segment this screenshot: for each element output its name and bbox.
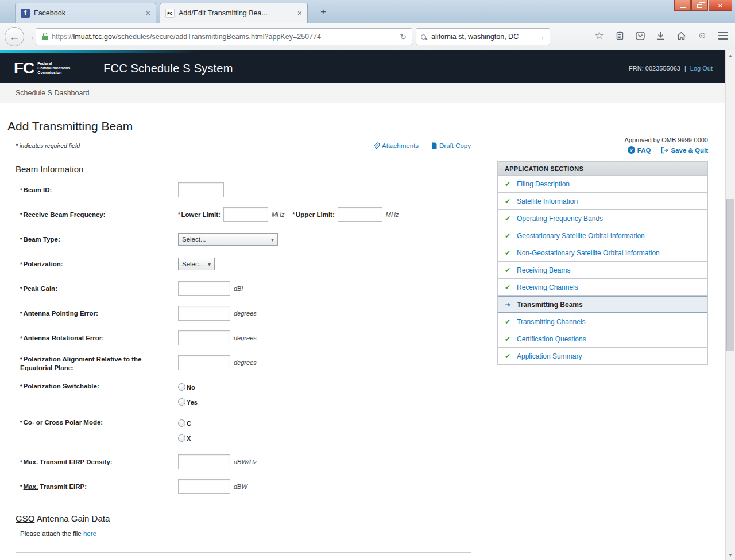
check-icon: ✔ bbox=[505, 180, 512, 188]
sidebar-item-non-geostationary-satellite-orbital-information[interactable]: ✔ Non-Geostationary Satellite Orbital In… bbox=[498, 244, 707, 261]
antenna-pointing-error-input[interactable] bbox=[178, 306, 230, 321]
lower-limit-label: *Lower Limit: bbox=[178, 211, 220, 218]
attach-here-link[interactable]: here bbox=[83, 530, 96, 537]
home-icon[interactable] bbox=[676, 32, 686, 40]
upper-limit-input[interactable] bbox=[338, 207, 382, 222]
sidebar-item-receiving-channels[interactable]: ✔ Receiving Channels bbox=[498, 278, 707, 295]
exit-icon bbox=[661, 147, 668, 154]
sidebar-item-application-summary[interactable]: ✔ Application Summary bbox=[498, 347, 707, 364]
downloads-icon[interactable] bbox=[656, 31, 665, 40]
page-scrollbar[interactable]: ▲ ▼ bbox=[725, 50, 735, 560]
polarization-label: *Polarization: bbox=[20, 260, 178, 269]
polarization-switchable-no-radio[interactable]: No bbox=[178, 383, 198, 391]
header-divider: | bbox=[684, 65, 686, 72]
fcc-logo-letters: FC bbox=[14, 60, 34, 76]
sidebar-item-geostationary-satellite-orbital-information[interactable]: ✔ Geostationary Satellite Orbital Inform… bbox=[498, 227, 707, 244]
beam-type-label: *Beam Type: bbox=[20, 235, 178, 244]
check-icon: ✔ bbox=[505, 249, 512, 257]
sidebar-item-transmitting-channels[interactable]: ✔ Transmitting Channels bbox=[498, 313, 707, 330]
tab-close-icon[interactable]: × bbox=[146, 9, 150, 17]
tab-title: Add/Edit Transmitting Bea... bbox=[179, 9, 294, 17]
scroll-up-icon[interactable]: ▲ bbox=[726, 50, 735, 60]
form-row: *Beam ID: bbox=[20, 182, 468, 197]
logout-link[interactable]: Log Out bbox=[690, 65, 713, 72]
lower-limit-unit: MHz bbox=[272, 211, 285, 218]
tab-fcc-schedule-s[interactable]: FC Add/Edit Transmitting Bea... × bbox=[160, 3, 308, 23]
form-row: *Polarization: Selec... ▾ bbox=[20, 256, 468, 271]
peak-gain-input[interactable] bbox=[178, 281, 230, 296]
draft-copy-link[interactable]: Draft Copy bbox=[431, 142, 471, 149]
search-bar[interactable]: → bbox=[416, 28, 550, 45]
polarization-switchable-yes-radio[interactable]: Yes bbox=[178, 398, 198, 406]
lower-limit-input[interactable] bbox=[223, 207, 268, 222]
form-row: *Max. Transmit EIRP: dBW bbox=[20, 479, 468, 494]
close-icon: × bbox=[718, 1, 723, 10]
beam-id-label: *Beam ID: bbox=[20, 186, 178, 195]
polar-mode-x-radio[interactable]: X bbox=[178, 434, 191, 442]
polarization-select[interactable]: Selec... ▾ bbox=[178, 258, 215, 270]
polar-mode-c-radio[interactable]: C bbox=[178, 419, 191, 427]
reload-button[interactable]: ↻ bbox=[394, 29, 412, 45]
hello-smiley-icon[interactable]: ☺ bbox=[698, 31, 707, 40]
paperclip-icon bbox=[373, 142, 380, 150]
gso-antenna-gain-heading: GSO Antenna Gain Data bbox=[16, 514, 725, 523]
omb-abbr: OMB bbox=[662, 137, 676, 143]
sidebar-item-transmitting-beams[interactable]: ➜ Transmitting Beams bbox=[498, 295, 707, 313]
tab-title: Facebook bbox=[34, 9, 142, 17]
menu-hamburger-icon[interactable] bbox=[718, 32, 728, 39]
toolbar-actions: ☆ ☺ bbox=[595, 30, 728, 41]
gso-attach-text: Please attach the file here bbox=[20, 530, 725, 537]
check-icon: ✔ bbox=[505, 318, 512, 326]
section-divider bbox=[16, 504, 471, 504]
search-input[interactable] bbox=[430, 32, 535, 41]
max-transmit-eirp-input[interactable] bbox=[178, 479, 230, 494]
search-go-icon[interactable]: → bbox=[537, 33, 545, 41]
sidebar-item-satellite-information[interactable]: ✔ Satellite Information bbox=[498, 192, 707, 209]
sidebar-item-filing-description[interactable]: ✔ Filing Description bbox=[498, 175, 707, 192]
attachments-link[interactable]: Attachments bbox=[373, 142, 419, 150]
max-transmit-eirp-density-input[interactable] bbox=[178, 454, 230, 469]
sidebar-item-receiving-beams[interactable]: ✔ Receiving Beams bbox=[498, 261, 707, 278]
form-row: *Co- or Cross Polar Mode: C X bbox=[20, 418, 468, 442]
current-section-arrow-icon: ➜ bbox=[505, 301, 512, 309]
scrollbar-thumb[interactable] bbox=[726, 199, 734, 351]
form-row: *Beam Type: Select... ▾ bbox=[20, 232, 468, 247]
form-row: *Polarization Switchable: No Yes bbox=[20, 382, 468, 406]
reload-icon: ↻ bbox=[400, 32, 407, 41]
window-controls: × bbox=[674, 0, 732, 11]
beam-type-select[interactable]: Select... ▾ bbox=[178, 233, 278, 246]
chevron-down-icon: ▾ bbox=[204, 261, 211, 267]
faq-link[interactable]: ? FAQ bbox=[628, 146, 651, 154]
bookmark-star-icon[interactable]: ☆ bbox=[595, 30, 604, 41]
tab-facebook[interactable]: f Facebook × bbox=[15, 3, 156, 23]
close-button[interactable]: × bbox=[709, 0, 732, 11]
minimize-icon bbox=[680, 7, 686, 8]
frn-label: FRN: 0023555063 bbox=[629, 65, 680, 72]
minimize-button[interactable] bbox=[674, 0, 691, 11]
sidebar-item-operating-frequency-bands[interactable]: ✔ Operating Frequency Bands bbox=[498, 209, 707, 227]
pocket-icon[interactable] bbox=[636, 32, 645, 40]
breadcrumb-dashboard-link[interactable]: Schedule S Dashboard bbox=[16, 89, 90, 97]
new-tab-button[interactable]: + bbox=[316, 5, 331, 19]
antenna-pointing-error-label: *Antenna Pointing Error: bbox=[20, 309, 178, 318]
tab-close-icon[interactable]: × bbox=[297, 9, 302, 17]
section-divider bbox=[16, 552, 471, 553]
sidebar-item-certification-questions[interactable]: ✔ Certification Questions bbox=[498, 330, 707, 347]
polarization-alignment-input[interactable] bbox=[178, 355, 230, 370]
forward-icon: → bbox=[27, 32, 35, 41]
reading-list-icon[interactable] bbox=[616, 31, 624, 40]
url-bar[interactable]: https://lmuat.fcc.gov/schedules/secure/a… bbox=[36, 28, 412, 45]
fcc-logo: FC Federal Communications Commission bbox=[14, 60, 70, 76]
scroll-down-icon[interactable]: ▼ bbox=[726, 550, 735, 560]
back-button[interactable]: ← bbox=[5, 27, 24, 46]
antenna-rotational-error-input[interactable] bbox=[178, 330, 230, 345]
restore-button[interactable] bbox=[691, 0, 708, 11]
beam-information-form: *Beam ID: *Receive Beam Frequency: *Lowe… bbox=[20, 182, 468, 494]
save-quit-link[interactable]: Save & Quit bbox=[661, 147, 708, 154]
header-right: FRN: 0023555063 | Log Out bbox=[629, 65, 725, 72]
beam-id-input[interactable] bbox=[178, 182, 224, 197]
forward-button[interactable]: → bbox=[27, 32, 35, 41]
polarization-alignment-label: *Polarization Alignment Relative to the … bbox=[20, 355, 178, 372]
application-sections-panel: APPLICATION SECTIONS ✔ Filing Descriptio… bbox=[497, 161, 708, 365]
check-icon: ✔ bbox=[505, 232, 512, 240]
